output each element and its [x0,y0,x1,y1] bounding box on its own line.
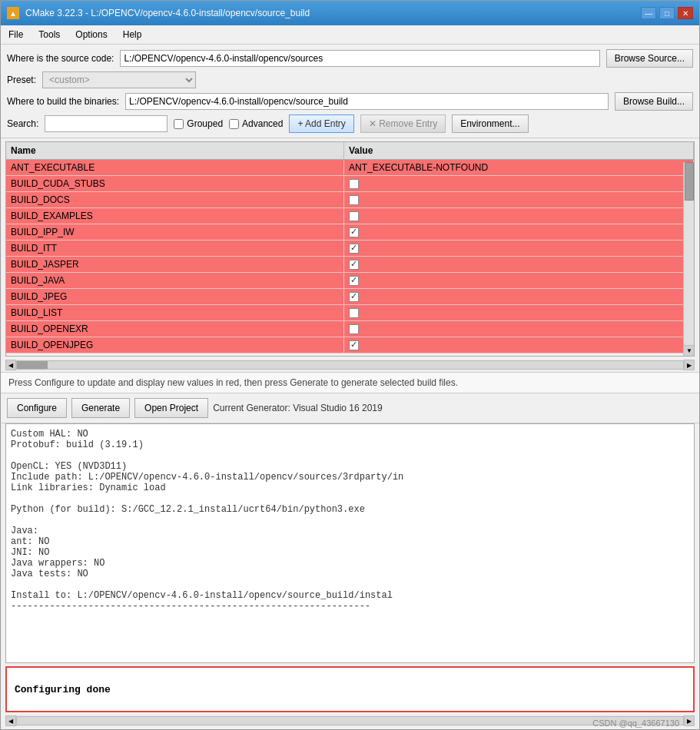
environment-button[interactable]: Environment... [452,114,528,133]
configure-button[interactable]: Configure [7,398,67,418]
row-value [344,224,694,240]
menu-tools[interactable]: Tools [35,28,63,41]
build-label: Where to build the binaries: [7,96,119,107]
row-name: BUILD_OPENJPEG [6,337,344,353]
source-input[interactable] [120,50,599,67]
source-row: Where is the source code: Browse Source.… [7,49,693,68]
bottom-hscroll-track [16,716,684,725]
output-blank [11,579,689,590]
bottom-scroll-left[interactable]: ◀ [5,715,16,726]
output-blank [11,493,689,504]
menu-options[interactable]: Options [72,28,110,41]
configuring-done-panel: Configuring done [5,666,695,712]
add-entry-button[interactable]: + Add Entry [289,114,353,133]
cell-checkbox [349,244,359,254]
generator-text: Current Generator: Visual Studio 16 2019 [213,403,383,413]
build-row: Where to build the binaries: Browse Buil… [7,92,693,111]
cell-checkbox [349,195,359,205]
row-value [344,321,694,337]
output-line: Custom HAL: NO [11,429,689,440]
title-bar: ▲ CMake 3.22.3 - L:/OPENCV/opencv-4.6.0-… [1,1,699,25]
table-row[interactable]: BUILD_ITT [6,241,694,257]
row-name: BUILD_IPP_IW [6,224,344,240]
output-blank [11,515,689,526]
row-name: BUILD_JAVA [6,273,344,288]
hscroll-thumb [17,361,48,369]
preset-select[interactable]: <custom> [42,71,196,88]
table-row[interactable]: BUILD_IPP_IW [6,224,694,241]
maximize-button[interactable]: □ [659,7,675,19]
generate-button[interactable]: Generate [71,398,130,418]
scroll-left-arrow[interactable]: ◀ [5,360,16,370]
output-line: Java wrappers: NO [11,558,689,569]
table-row[interactable]: BUILD_OPENEXR [6,321,694,337]
table-row[interactable]: BUILD_DOCS [6,192,694,208]
browse-build-button[interactable]: Browse Build... [615,92,693,111]
cell-checkbox [349,179,359,189]
row-value: ANT_EXECUTABLE-NOTFOUND [344,160,694,175]
output-line: Python (for build): S:/GCC_12.2.1_instal… [11,504,689,515]
advanced-checkbox[interactable] [229,119,239,129]
output-line: Protobuf: build (3.19.1) [11,440,689,450]
row-value [344,273,694,288]
browse-source-button[interactable]: Browse Source... [606,49,693,68]
remove-entry-button[interactable]: ✕ Remove Entry [360,114,446,133]
menu-help[interactable]: Help [120,28,145,41]
status-bar: Press Configure to update and display ne… [1,372,699,393]
row-name: BUILD_DOCS [6,192,344,207]
table-row[interactable]: BUILD_JPEG [6,289,694,305]
table-row[interactable]: BUILD_EXAMPLES [6,208,694,224]
grouped-checkbox[interactable] [174,119,184,129]
output-line: Link libraries: Dynamic load [11,483,689,493]
cell-checkbox [349,292,359,302]
cell-checkbox [349,340,359,350]
close-button[interactable]: ✕ [678,7,693,19]
action-bar: Configure Generate Open Project Current … [1,393,699,423]
build-input[interactable] [125,93,609,110]
col-name-header: Name [6,142,344,159]
search-input[interactable] [45,115,168,132]
source-label: Where is the source code: [7,53,114,64]
preset-label: Preset: [7,75,36,85]
menu-file[interactable]: File [5,28,26,41]
open-project-button[interactable]: Open Project [134,398,208,418]
table-row[interactable]: BUILD_OPENJPEG [6,337,694,353]
hscroll-track [16,360,684,370]
table-row[interactable]: ANT_EXECUTABLE ANT_EXECUTABLE-NOTFOUND [6,160,694,176]
row-name: BUILD_JASPER [6,257,344,272]
table-row[interactable]: BUILD_JASPER [6,257,694,273]
row-value [344,305,694,320]
title-bar-left: ▲ CMake 3.22.3 - L:/OPENCV/opencv-4.6.0-… [7,7,310,19]
table-row[interactable]: BUILD_CUDA_STUBS [6,176,694,192]
bottom-hscrollbar[interactable]: ◀ ▶ CSDN @qq_43667130 [5,715,695,726]
table-row[interactable]: BUILD_LIST [6,305,694,321]
row-value [344,176,694,191]
row-value [344,257,694,272]
row-name: BUILD_OPENEXR [6,321,344,337]
app-icon: ▲ [7,7,19,19]
menu-bar: File Tools Options Help [1,25,699,45]
minimize-button[interactable]: — [641,7,656,19]
scroll-right-arrow[interactable]: ▶ [684,360,695,370]
vertical-scrollbar[interactable]: ▼ [683,162,694,356]
output-line: Java: [11,526,689,536]
table-body: ANT_EXECUTABLE ANT_EXECUTABLE-NOTFOUND B… [6,160,694,353]
row-name: BUILD_LIST [6,305,344,320]
window-title: CMake 3.22.3 - L:/OPENCV/opencv-4.6.0-in… [25,8,310,18]
row-value [344,337,694,353]
search-label: Search: [7,118,38,129]
col-value-header: Value [344,142,694,159]
grouped-label: Grouped [187,118,223,129]
grouped-wrapper: Grouped [174,118,223,129]
cell-checkbox [349,308,359,318]
table-hscrollbar[interactable]: ◀ ▶ [5,360,695,370]
bottom-scroll-right[interactable]: ▶ [684,715,695,726]
main-window: ▲ CMake 3.22.3 - L:/OPENCV/opencv-4.6.0-… [0,0,700,730]
row-value [344,241,694,256]
output-line: Install to: L:/OPENCV/opencv-4.6.0-insta… [11,590,689,601]
search-row: Search: Grouped Advanced + Add Entry ✕ R… [7,114,693,133]
table-row[interactable]: BUILD_JAVA [6,273,694,289]
row-name: ANT_EXECUTABLE [6,160,344,175]
scroll-down-arrow[interactable]: ▼ [684,345,695,356]
output-line: JNI: NO [11,547,689,558]
